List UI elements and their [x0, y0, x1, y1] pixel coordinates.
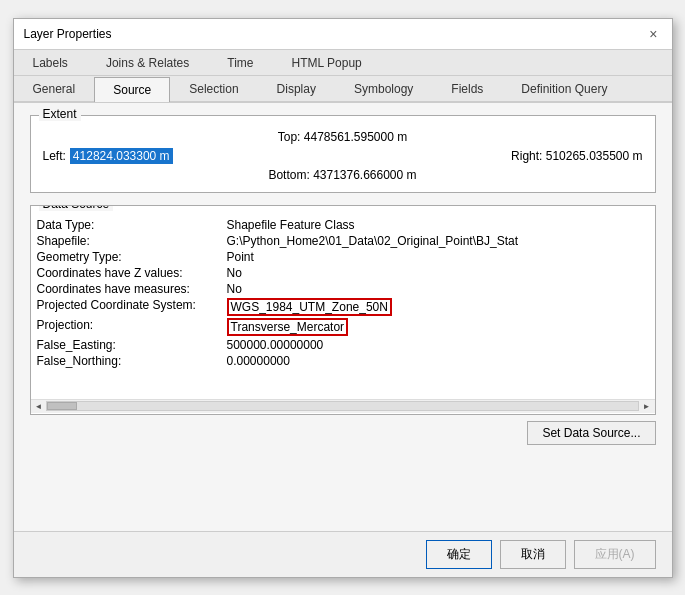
- datasource-row: False_Easting:500000.00000000: [37, 338, 649, 352]
- tab-general[interactable]: General: [14, 76, 95, 101]
- apply-button[interactable]: 应用(A): [574, 540, 656, 569]
- tab-fields[interactable]: Fields: [432, 76, 502, 101]
- ds-value: No: [227, 266, 242, 280]
- tab-labels[interactable]: Labels: [14, 50, 87, 75]
- hscroll-thumb[interactable]: [47, 402, 77, 410]
- ds-value: 500000.00000000: [227, 338, 324, 352]
- hscroll-track: [46, 401, 638, 411]
- tab-symbology[interactable]: Symbology: [335, 76, 432, 101]
- ds-value: Transverse_Mercator: [227, 318, 349, 336]
- tab-html-popup[interactable]: HTML Popup: [272, 50, 380, 75]
- extent-top-value: 4478561.595000 m: [304, 130, 407, 144]
- ds-value: 0.00000000: [227, 354, 290, 368]
- tab-source[interactable]: Source: [94, 77, 170, 102]
- extent-top-spacer: [43, 130, 243, 144]
- ds-key: Coordinates have Z values:: [37, 266, 227, 280]
- extent-left: Left: 412824.033300 m: [43, 148, 243, 164]
- extent-left-label: Left:: [43, 149, 66, 163]
- tab-selection[interactable]: Selection: [170, 76, 257, 101]
- datasource-row: Projection:Transverse_Mercator: [37, 318, 649, 336]
- layer-properties-dialog: Layer Properties × Labels Joins & Relate…: [13, 18, 673, 578]
- dialog-title: Layer Properties: [24, 27, 112, 41]
- extent-right: Right: 510265.035500 m: [443, 148, 643, 164]
- extent-top: Top: 4478561.595000 m: [243, 130, 443, 144]
- extent-top-spacer2: [443, 130, 643, 144]
- cancel-button[interactable]: 取消: [500, 540, 566, 569]
- extent-group-label: Extent: [39, 107, 81, 121]
- scroll-right-icon[interactable]: ►: [641, 402, 653, 411]
- ds-key: Shapefile:: [37, 234, 227, 248]
- extent-mid-spacer: [243, 148, 443, 164]
- scroll-left-icon[interactable]: ◄: [33, 402, 45, 411]
- main-content: Extent Top: 4478561.595000 m Left: 41282…: [14, 103, 672, 531]
- ds-key: Coordinates have measures:: [37, 282, 227, 296]
- close-button[interactable]: ×: [645, 25, 661, 43]
- datasource-row: Data Type:Shapefile Feature Class: [37, 218, 649, 232]
- extent-bottom: Bottom: 4371376.666000 m: [243, 168, 443, 182]
- datasource-footer: Set Data Source...: [30, 415, 656, 447]
- datasource-row: Geometry Type:Point: [37, 250, 649, 264]
- datasource-scroll[interactable]: Data Type:Shapefile Feature ClassShapefi…: [31, 214, 655, 399]
- tab-display[interactable]: Display: [258, 76, 335, 101]
- extent-left-value: 412824.033300 m: [70, 148, 173, 164]
- ds-value: Shapefile Feature Class: [227, 218, 355, 232]
- tab-definition-query[interactable]: Definition Query: [502, 76, 626, 101]
- datasource-row: Projected Coordinate System:WGS_1984_UTM…: [37, 298, 649, 316]
- extent-bottom-value: 4371376.666000 m: [313, 168, 416, 182]
- ds-key: Projected Coordinate System:: [37, 298, 227, 316]
- datasource-row: Coordinates have measures:No: [37, 282, 649, 296]
- title-bar: Layer Properties ×: [14, 19, 672, 50]
- datasource-row: Coordinates have Z values:No: [37, 266, 649, 280]
- datasource-group-label: Data Source: [39, 205, 114, 211]
- tab-joins-relates[interactable]: Joins & Relates: [87, 50, 208, 75]
- ds-key: False_Northing:: [37, 354, 227, 368]
- extent-grid: Top: 4478561.595000 m Left: 412824.03330…: [43, 126, 643, 182]
- extent-bottom-spacer2: [443, 168, 643, 182]
- ds-key: Geometry Type:: [37, 250, 227, 264]
- datasource-row: False_Northing:0.00000000: [37, 354, 649, 368]
- ds-value: G:\Python_Home2\01_Data\02_Original_Poin…: [227, 234, 519, 248]
- tab-time[interactable]: Time: [208, 50, 272, 75]
- horizontal-scrollbar[interactable]: ◄ ►: [31, 399, 655, 413]
- datasource-row: Shapefile:G:\Python_Home2\01_Data\02_Ori…: [37, 234, 649, 248]
- ok-button[interactable]: 确定: [426, 540, 492, 569]
- datasource-group: Data Source Data Type:Shapefile Feature …: [30, 205, 656, 415]
- extent-right-label: Right:: [511, 149, 542, 163]
- tab-row-2: General Source Selection Display Symbolo…: [14, 76, 672, 103]
- ds-value: No: [227, 282, 242, 296]
- extent-top-label: Top:: [278, 130, 301, 144]
- dialog-footer: 确定 取消 应用(A): [14, 531, 672, 577]
- ds-value: WGS_1984_UTM_Zone_50N: [227, 298, 392, 316]
- tab-row-1: Labels Joins & Relates Time HTML Popup: [14, 50, 672, 76]
- extent-group: Extent Top: 4478561.595000 m Left: 41282…: [30, 115, 656, 193]
- ds-key: Data Type:: [37, 218, 227, 232]
- extent-bottom-spacer: [43, 168, 243, 182]
- extent-right-value: 510265.035500 m: [546, 149, 643, 163]
- ds-value: Point: [227, 250, 254, 264]
- ds-key: Projection:: [37, 318, 227, 336]
- set-datasource-button[interactable]: Set Data Source...: [527, 421, 655, 445]
- extent-bottom-label: Bottom:: [268, 168, 309, 182]
- ds-key: False_Easting:: [37, 338, 227, 352]
